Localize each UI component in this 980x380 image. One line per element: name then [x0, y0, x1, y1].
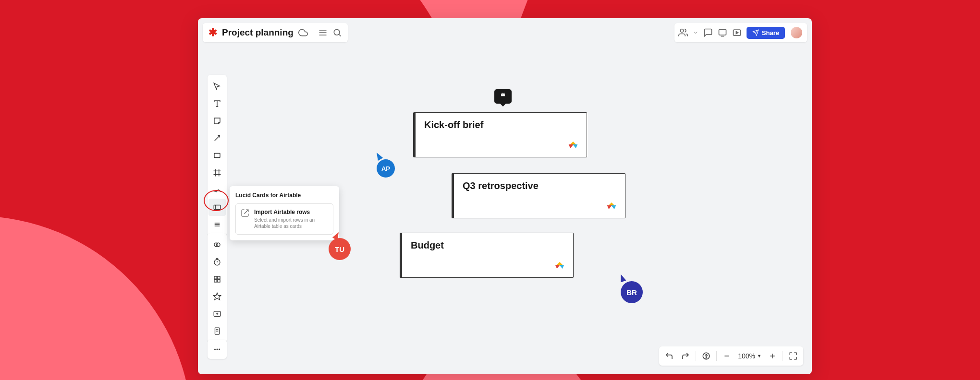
- frame-tool[interactable]: [208, 164, 226, 181]
- cards-tool[interactable]: [208, 199, 226, 216]
- line-tool[interactable]: [208, 130, 226, 147]
- svg-point-43: [219, 349, 220, 350]
- undo-button[interactable]: [661, 348, 677, 364]
- chevron-down-icon[interactable]: [693, 28, 698, 37]
- divider: [716, 351, 717, 361]
- popover-item-desc: Select and import rows in an Airtable ta…: [254, 217, 328, 229]
- zoom-toolbar: 100% ▼: [659, 346, 803, 366]
- airtable-popover: Lucid Cards for Airtable Import Airtable…: [230, 186, 339, 240]
- canvas-card[interactable]: Q3 retrospective: [452, 173, 625, 218]
- text-tool[interactable]: [208, 95, 226, 112]
- tool-palette-main: [208, 75, 227, 236]
- svg-point-5: [680, 29, 684, 33]
- collaborator-badge: TU: [329, 238, 351, 260]
- collaborator-initials: AP: [381, 165, 390, 172]
- collaborator-initials: TU: [335, 245, 344, 253]
- fullscreen-button[interactable]: [785, 348, 801, 364]
- cloud-sync-icon[interactable]: [298, 28, 308, 37]
- more-tools-button[interactable]: [208, 341, 226, 358]
- redo-button[interactable]: [677, 348, 694, 364]
- svg-rect-32: [214, 280, 217, 282]
- comment-pin-icon[interactable]: ❝: [494, 89, 512, 104]
- collaborators-icon[interactable]: [678, 28, 688, 37]
- menu-icon[interactable]: [318, 28, 328, 37]
- shape-tool[interactable]: [208, 147, 226, 164]
- user-avatar[interactable]: [790, 26, 803, 39]
- airtable-icon: [568, 141, 578, 150]
- import-icon: [241, 209, 249, 217]
- card-title: Q3 retrospective: [463, 180, 616, 191]
- zoom-level-select[interactable]: 100% ▼: [735, 352, 764, 360]
- tool-palette-secondary: [208, 233, 227, 343]
- svg-rect-6: [719, 29, 726, 35]
- card-title: Kick-off brief: [424, 119, 578, 131]
- svg-rect-20: [214, 205, 220, 210]
- zoom-in-button[interactable]: [764, 348, 781, 364]
- collaborator-cursor-icon: [374, 151, 383, 161]
- header-right: Share: [674, 23, 807, 42]
- svg-point-41: [214, 349, 216, 350]
- import-airtable-rows-button[interactable]: Import Airtable rows Select and import r…: [235, 203, 333, 235]
- card-title: Budget: [411, 240, 564, 251]
- zoom-out-button[interactable]: [719, 348, 735, 364]
- svg-line-4: [339, 35, 341, 36]
- svg-marker-9: [736, 32, 738, 34]
- svg-point-3: [334, 29, 340, 35]
- popover-item-title: Import Airtable rows: [254, 209, 328, 215]
- svg-line-14: [215, 136, 220, 141]
- document-tool[interactable]: [208, 322, 226, 340]
- link-tool[interactable]: [208, 236, 226, 253]
- freehand-tool[interactable]: [208, 181, 226, 199]
- airtable-icon: [607, 202, 616, 211]
- svg-point-26: [217, 243, 220, 247]
- app-window: ✱ Project planning Share: [198, 18, 812, 374]
- more-shapes-tool[interactable]: [208, 216, 226, 233]
- canvas-card[interactable]: Kick-off brief: [413, 112, 587, 157]
- airtable-icon: [555, 261, 564, 271]
- timer-tool[interactable]: [208, 253, 226, 271]
- svg-rect-33: [218, 280, 220, 282]
- zoom-value-label: 100%: [738, 352, 755, 360]
- search-icon[interactable]: [332, 28, 342, 37]
- popover-title: Lucid Cards for Airtable: [235, 192, 333, 199]
- collaborator-cursor-icon: [618, 273, 626, 282]
- divider: [696, 351, 696, 361]
- divider: [783, 351, 783, 361]
- sticky-note-tool[interactable]: [208, 112, 226, 130]
- svg-rect-30: [214, 276, 217, 279]
- divider: [313, 28, 313, 37]
- comment-icon[interactable]: [703, 28, 713, 37]
- chevron-down-icon: ▼: [757, 354, 761, 358]
- document-title[interactable]: Project planning: [222, 27, 294, 38]
- lucid-logo-icon: ✱: [208, 26, 217, 39]
- record-icon[interactable]: [732, 28, 742, 37]
- table-tool[interactable]: [208, 271, 226, 288]
- tool-palette-more: [208, 340, 227, 359]
- header-left: ✱ Project planning: [203, 23, 348, 42]
- container-tool[interactable]: [208, 305, 226, 322]
- collaborator-initials: BR: [626, 288, 637, 297]
- svg-point-45: [706, 354, 707, 355]
- collaborator-badge: BR: [621, 281, 643, 303]
- voting-tool[interactable]: [208, 288, 226, 305]
- svg-point-42: [217, 349, 218, 350]
- present-icon[interactable]: [718, 28, 727, 37]
- svg-rect-31: [218, 276, 220, 279]
- share-button[interactable]: Share: [747, 27, 785, 39]
- svg-rect-15: [214, 154, 220, 158]
- svg-marker-34: [214, 293, 221, 300]
- accessibility-button[interactable]: [698, 348, 714, 364]
- collaborator-badge: AP: [377, 159, 395, 178]
- canvas-card[interactable]: Budget: [400, 233, 574, 278]
- share-label: Share: [762, 29, 779, 36]
- select-tool[interactable]: [208, 78, 226, 95]
